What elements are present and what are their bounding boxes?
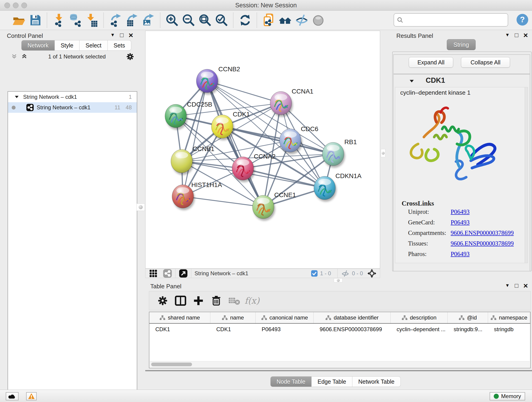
cell-canonical-name[interactable]: P06493 [256, 326, 314, 332]
delete-column-trash-icon[interactable] [208, 294, 224, 307]
tab-select[interactable]: Select [80, 40, 108, 51]
network-node-CDC6[interactable]: CDC6 [279, 125, 318, 154]
import-database-button[interactable] [69, 13, 82, 27]
collapse-all-button[interactable]: Collapse All [461, 57, 510, 68]
network-edge[interactable] [183, 196, 263, 207]
gene-expander-icon[interactable] [409, 79, 414, 84]
cell-shared-name[interactable]: CDK1 [149, 326, 210, 332]
tab-string[interactable]: String [447, 39, 476, 50]
detach-view-icon[interactable] [179, 269, 188, 278]
hidden-eye-slash-icon[interactable] [341, 269, 350, 278]
column-header[interactable]: name [210, 312, 256, 323]
hide-selected-button[interactable] [295, 13, 309, 27]
network-collection-row[interactable]: String Network – cdk1 1 [8, 92, 137, 102]
expand-all-networks-icon[interactable] [11, 53, 18, 60]
zoom-fit-button[interactable] [198, 13, 212, 27]
column-header[interactable]: database identifier [314, 312, 391, 323]
crosslink-link[interactable]: P06493 [451, 219, 470, 226]
network-node-CDK1[interactable]: CDK1 [211, 111, 250, 140]
collection-expander-icon[interactable] [14, 95, 19, 99]
cell-description[interactable]: cyclin–dependent ... [391, 326, 448, 332]
refresh-button[interactable] [238, 13, 252, 27]
selected-checkbox-icon[interactable] [311, 270, 318, 277]
tab-sets[interactable]: Sets [108, 40, 131, 51]
cell-namespace[interactable]: stringdb [488, 326, 530, 332]
table-horizontal-scrollbar[interactable] [150, 361, 530, 367]
bottom-splitter-handle[interactable] [334, 278, 342, 282]
tab-network[interactable]: Network [21, 40, 55, 51]
crosslink-link[interactable]: 9606.ENSP00000378699 [451, 230, 514, 236]
tab-network-table[interactable]: Network Table [352, 376, 401, 387]
network-node-CCNE1[interactable]: CCNE1 [253, 191, 296, 221]
crosslink-link[interactable]: 9606.ENSP00000378699 [451, 240, 514, 247]
table-panel-close-icon[interactable]: × [523, 283, 528, 288]
import-table-button[interactable] [85, 13, 99, 27]
node-label-HIST1H1A: HIST1H1A [191, 181, 222, 188]
tab-node-table[interactable]: Node Table [270, 376, 312, 387]
collapse-all-networks-icon[interactable] [21, 53, 28, 60]
column-header[interactable]: @id [448, 312, 488, 323]
help-button[interactable]: ? [516, 13, 529, 26]
network-node-CCNA1[interactable]: CCNA1 [270, 88, 313, 117]
table-row[interactable]: CDK1 CDK1 P06493 9606.ENSP00000378699 cy… [149, 324, 530, 335]
grid-view-icon[interactable] [149, 269, 157, 278]
right-splitter-handle[interactable] [381, 149, 385, 157]
network-options-gear-icon[interactable] [126, 53, 134, 61]
expand-all-button[interactable]: Expand All [409, 57, 453, 68]
export-network-button[interactable] [109, 13, 122, 27]
left-splitter-handle[interactable] [137, 204, 145, 211]
table-panel-float-icon[interactable]: □ [515, 283, 518, 288]
save-session-button[interactable] [28, 13, 42, 27]
column-header[interactable]: shared name [149, 312, 210, 323]
control-panel-close-icon[interactable]: × [128, 33, 133, 37]
network-node-RB1[interactable]: RB1 [322, 138, 357, 168]
network-canvas[interactable]: CCNB2 CCNA1 CDC25B CDK1 CDC6 RB1 CCNB1 C… [145, 31, 380, 269]
window-title: Session: New Session [0, 2, 532, 9]
column-header[interactable]: description [391, 312, 448, 323]
results-panel-float-icon[interactable]: □ [515, 33, 518, 37]
crosslink-link[interactable]: P06493 [451, 208, 470, 216]
memory-status-dot-icon [494, 394, 499, 399]
tab-edge-table[interactable]: Edge Table [312, 376, 352, 387]
table-scrollbar-thumb[interactable] [151, 363, 192, 366]
search-input[interactable] [406, 17, 508, 23]
column-header[interactable]: namespace [488, 312, 530, 323]
show-columns-icon[interactable] [172, 294, 189, 307]
tab-style[interactable]: Style [55, 40, 80, 51]
column-header[interactable]: canonical name [256, 312, 314, 323]
fit-content-crosshair-icon[interactable] [367, 269, 377, 278]
warnings-button[interactable] [26, 392, 37, 400]
zoom-out-button[interactable] [182, 13, 196, 27]
import-network-button[interactable] [52, 13, 66, 27]
table-options-gear-icon[interactable] [155, 294, 171, 307]
zoom-selected-button[interactable] [215, 13, 228, 27]
table-panel-menu-icon[interactable]: ▼ [505, 283, 510, 288]
network-edge[interactable] [183, 81, 207, 196]
zoom-in-button[interactable] [165, 13, 179, 27]
cell-id[interactable]: stringdb:9... [448, 326, 488, 332]
memory-button[interactable]: Memory [490, 392, 525, 400]
network-view-share-icon[interactable] [163, 269, 172, 278]
open-session-button[interactable] [12, 13, 26, 27]
show-sphere-button[interactable] [311, 13, 325, 27]
export-table-button[interactable] [125, 13, 139, 27]
delete-table-icon[interactable] [226, 294, 242, 307]
cell-database-identifier[interactable]: 9606.ENSP00000378699 [314, 326, 391, 332]
network-node-CCNB2[interactable]: CCNB2 [196, 65, 240, 95]
cell-name[interactable]: CDK1 [210, 326, 256, 332]
home-button[interactable] [278, 13, 292, 27]
results-panel-menu-icon[interactable]: ▼ [505, 32, 510, 38]
crosslink-link[interactable]: P06493 [451, 250, 470, 258]
network-row[interactable]: String Network – cdk1 11 48 [8, 102, 137, 113]
create-column-plus-icon[interactable] [190, 294, 206, 307]
results-panel-close-icon[interactable]: × [523, 33, 528, 37]
network-node-HIST1H1A[interactable]: HIST1H1A [172, 181, 222, 210]
clone-network-button[interactable] [262, 13, 276, 27]
cloud-status-button[interactable] [6, 392, 19, 400]
toolbar-separator [103, 13, 104, 28]
control-panel-float-icon[interactable]: □ [120, 33, 123, 37]
control-panel-menu-icon[interactable]: ▼ [110, 32, 115, 38]
results-scrollbar[interactable] [525, 87, 528, 263]
network-node-CDKN1A[interactable]: CDKN1A [314, 172, 361, 202]
export-image-button[interactable] [142, 13, 155, 27]
